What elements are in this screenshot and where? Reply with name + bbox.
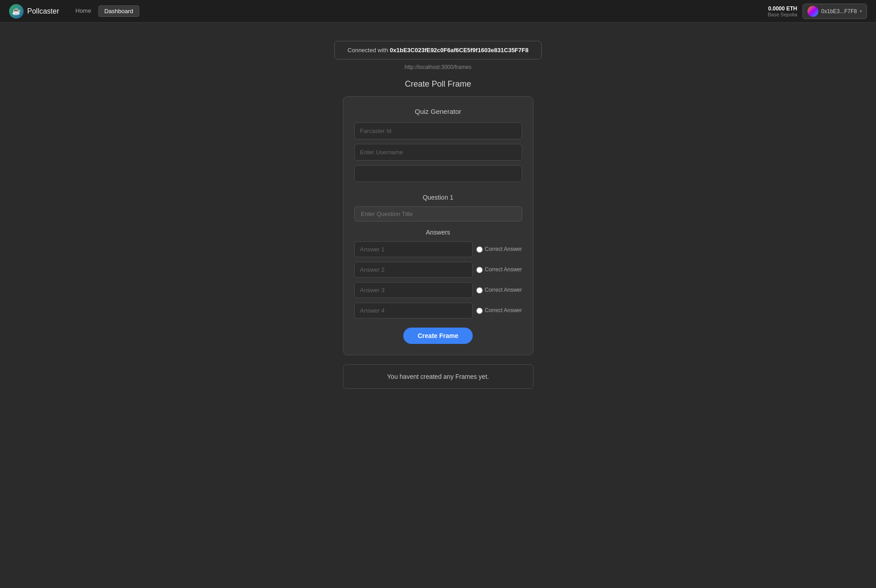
eth-info: 0.0000 ETH Base Sepolia xyxy=(768,5,797,17)
brand: ☕ Pollcaster xyxy=(9,4,59,19)
farcaster-id-input[interactable] xyxy=(354,122,522,139)
eth-amount: 0.0000 ETH xyxy=(768,5,797,12)
wallet-badge[interactable]: 0x1bE3...F7F8 ▾ xyxy=(803,4,867,19)
nav-links: Home Dashboard xyxy=(70,5,768,17)
correct-radio-2[interactable] xyxy=(476,267,483,273)
correct-answer-4: Correct Answer xyxy=(476,307,522,314)
correct-radio-3[interactable] xyxy=(476,287,483,294)
answer-3-input[interactable] xyxy=(354,282,473,298)
correct-radio-4[interactable] xyxy=(476,308,483,314)
frames-empty-message: You havent created any Frames yet. xyxy=(387,373,489,380)
answer-row-3: Correct Answer xyxy=(354,282,522,298)
answer-row-2: Correct Answer xyxy=(354,262,522,278)
eth-network: Base Sepolia xyxy=(768,12,797,17)
logo-emoji: ☕ xyxy=(12,7,21,15)
correct-answer-label-1: Correct Answer xyxy=(484,246,522,253)
nav-home[interactable]: Home xyxy=(70,5,97,17)
question-label: Question 1 xyxy=(354,194,522,201)
connection-address: 0x1bE3C023fE92c0F6af6CE5f9f1603e831C35F7… xyxy=(390,47,529,54)
connection-prefix: Connected with xyxy=(347,47,390,54)
wallet-avatar xyxy=(807,6,818,17)
correct-answer-1: Correct Answer xyxy=(476,246,522,253)
navbar-right: 0.0000 ETH Base Sepolia 0x1bE3...F7F8 ▾ xyxy=(768,4,867,19)
answer-row-4: Correct Answer xyxy=(354,303,522,318)
connection-badge: Connected with 0x1bE3C023fE92c0F6af6CE5f… xyxy=(334,41,542,59)
logo-icon: ☕ xyxy=(9,4,24,19)
page-title: Create Poll Frame xyxy=(405,79,471,89)
correct-answer-label-2: Correct Answer xyxy=(484,266,522,274)
create-frame-button[interactable]: Create Frame xyxy=(403,328,473,344)
correct-radio-1[interactable] xyxy=(476,246,483,253)
answers-label: Answers xyxy=(354,229,522,236)
wallet-address: 0x1bE3...F7F8 xyxy=(821,8,857,15)
answer-1-input[interactable] xyxy=(354,241,473,257)
correct-answer-2: Correct Answer xyxy=(476,266,522,274)
form-card: Quiz Generator 1 Question 1 Answers Corr… xyxy=(343,96,533,355)
form-section-title: Quiz Generator xyxy=(354,108,522,115)
app-title: Pollcaster xyxy=(27,7,59,15)
username-input[interactable] xyxy=(354,144,522,161)
nav-dashboard[interactable]: Dashboard xyxy=(98,5,139,17)
navbar: ☕ Pollcaster Home Dashboard 0.0000 ETH B… xyxy=(0,0,876,23)
frames-empty-state: You havent created any Frames yet. xyxy=(343,364,533,389)
answer-row-1: Correct Answer xyxy=(354,241,522,257)
answer-2-input[interactable] xyxy=(354,262,473,278)
question-title-input[interactable] xyxy=(354,206,522,221)
main-content: Connected with 0x1bE3C023fE92c0F6af6CE5f… xyxy=(0,23,876,407)
correct-answer-3: Correct Answer xyxy=(476,287,522,294)
correct-answer-label-3: Correct Answer xyxy=(484,287,522,294)
answer-4-input[interactable] xyxy=(354,303,473,318)
correct-answer-label-4: Correct Answer xyxy=(484,307,522,314)
connection-url: http://localhost:3000/frames xyxy=(405,64,471,70)
chevron-down-icon: ▾ xyxy=(860,9,862,14)
number-input[interactable]: 1 xyxy=(354,165,522,182)
